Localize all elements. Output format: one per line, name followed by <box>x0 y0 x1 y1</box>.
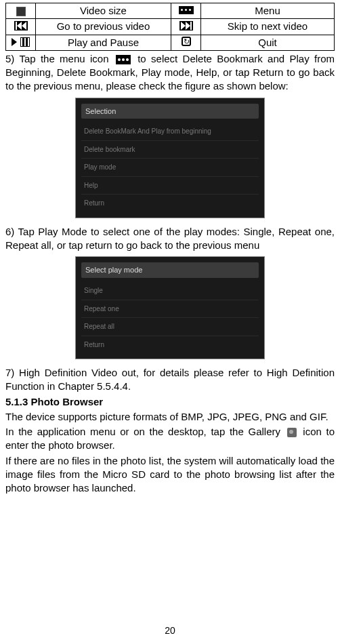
next-video-icon <box>179 21 193 31</box>
selection-item: Delete bookmark <box>81 141 259 159</box>
selection-header: Selection <box>81 104 259 119</box>
cell-playpause-label: Play and Pause <box>36 35 171 50</box>
page-number: 20 <box>0 624 340 637</box>
cell-next-label: Skip to next video <box>201 19 335 35</box>
nofiles-text: If there are no files in the photo list,… <box>5 454 335 496</box>
screenshot-selection-menu: Selection Delete BookMark And Play from … <box>75 98 265 218</box>
step-6-text: 6) Tap Play Mode to select one of the pl… <box>5 225 335 253</box>
playmode-item: Repeat one <box>81 300 259 319</box>
step-7-text: 7) High Definition Video out, for detail… <box>5 366 335 394</box>
cell-video-size-icon <box>6 3 36 19</box>
playmode-header: Select play mode <box>81 262 259 278</box>
cell-menu-icon <box>171 3 201 19</box>
step-5-text: 5) Tap the menu icon to select Delete Bo… <box>5 52 335 94</box>
selection-item: Help <box>81 177 259 195</box>
playmode-item: Single <box>81 282 259 300</box>
step-5-pre: 5) Tap the menu icon <box>5 53 114 64</box>
selection-item: Play mode <box>81 159 259 177</box>
selection-item: Delete BookMark And Play from beginning <box>81 123 259 141</box>
play-pause-icon <box>12 37 29 48</box>
gallery-text: In the application menu or on the deskto… <box>5 425 335 453</box>
inline-menu-icon <box>116 55 131 64</box>
gallery-pre: In the application menu or on the deskto… <box>5 426 285 437</box>
playmode-item: Return <box>81 336 259 354</box>
screenshot-playmode-menu: Select play mode Single Repeat one Repea… <box>75 256 265 359</box>
cell-video-size-label: Video size <box>36 3 171 19</box>
cell-quit-icon <box>171 35 201 50</box>
video-size-icon <box>16 7 26 16</box>
cell-menu-label: Menu <box>201 3 335 19</box>
icon-reference-table: Video size Menu Go to previous video Ski… <box>5 3 335 51</box>
cell-prev-label: Go to previous video <box>36 19 171 35</box>
inline-gallery-icon <box>287 428 297 437</box>
cell-quit-label: Quit <box>201 35 335 50</box>
menu-icon <box>179 6 194 14</box>
cell-playpause-icon <box>6 35 36 50</box>
quit-icon <box>182 37 191 46</box>
formats-text: The device supports picture formats of B… <box>5 410 335 424</box>
cell-next-icon <box>171 19 201 35</box>
playmode-item: Repeat all <box>81 318 259 336</box>
section-heading-photo-browser: 5.1.3 Photo Browser <box>5 395 335 409</box>
selection-item: Return <box>81 195 259 212</box>
prev-video-icon <box>14 21 28 31</box>
cell-prev-icon <box>6 19 36 35</box>
